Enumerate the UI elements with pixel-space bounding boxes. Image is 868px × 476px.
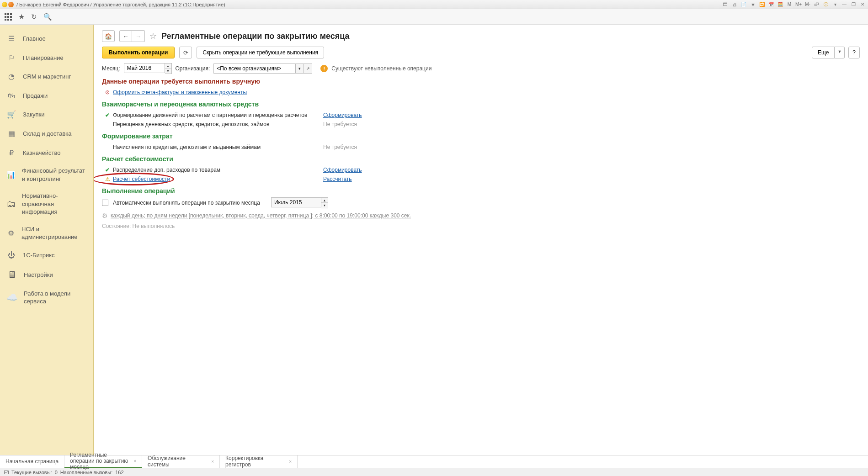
current-calls-label: Текущие вызовы: bbox=[11, 470, 52, 475]
sidebar-item-label: Планирование bbox=[23, 54, 64, 62]
tab-close-icon[interactable]: × bbox=[211, 459, 214, 464]
auto-checkbox[interactable] bbox=[102, 200, 108, 206]
op-status: Не требуется bbox=[323, 144, 357, 150]
tb-icon[interactable]: 🗗 bbox=[813, 1, 820, 8]
apps-grid-icon[interactable] bbox=[5, 13, 12, 21]
sidebar-item-label: Склад и доставка bbox=[23, 130, 72, 138]
maximize-icon[interactable]: ❐ bbox=[850, 1, 857, 8]
spin-up-icon[interactable]: ▲ bbox=[321, 198, 328, 203]
more-button[interactable]: Еще bbox=[812, 47, 835, 58]
sidebar-item-label: Казначейство bbox=[23, 149, 60, 157]
section-mutual-title: Взаиморасчеты и переоценка валютных сред… bbox=[102, 100, 860, 108]
refresh-button[interactable]: ⟳ bbox=[179, 47, 192, 58]
op-action-link[interactable]: Сформировать bbox=[323, 112, 362, 118]
accum-calls-value: 162 bbox=[115, 470, 123, 475]
spin-down-icon[interactable]: ▼ bbox=[165, 69, 171, 74]
auto-month-spinner[interactable]: ▲▼ bbox=[321, 197, 328, 208]
monitor-icon: 🖥 bbox=[6, 270, 17, 280]
sidebar-item-main[interactable]: ☰Главное bbox=[0, 29, 93, 48]
org-select[interactable] bbox=[213, 63, 296, 74]
search-icon[interactable]: 🔍 bbox=[43, 13, 52, 21]
cart-icon: 🛒 bbox=[6, 110, 16, 120]
org-dropdown-icon[interactable]: ▾ bbox=[296, 63, 304, 74]
tab-label: Корректировка регистров bbox=[225, 455, 286, 467]
tb-m[interactable]: M bbox=[786, 1, 793, 8]
sidebar-item-planning[interactable]: ⚐Планирование bbox=[0, 48, 93, 68]
op-name: Начисления по кредитам, депозитам и выда… bbox=[113, 144, 323, 150]
tab-maintenance[interactable]: Обслуживание системы× bbox=[142, 455, 220, 468]
warning-triangle-icon: ⚠ bbox=[102, 176, 113, 182]
tab-month-close[interactable]: Регламентные операции по закрытию месяца… bbox=[64, 455, 142, 468]
month-spinner[interactable]: ▲▼ bbox=[165, 63, 172, 74]
close-icon[interactable]: ✕ bbox=[859, 1, 866, 8]
tab-label: Начальная страница bbox=[5, 459, 59, 465]
sidebar-item-bitrix[interactable]: ⏻1С-Битрикс bbox=[0, 246, 93, 265]
chart-icon: 📊 bbox=[6, 170, 16, 180]
minimize-icon[interactable]: — bbox=[841, 1, 848, 8]
tb-icon[interactable]: 🧮 bbox=[777, 1, 784, 8]
tb-icon[interactable]: 🖨 bbox=[731, 1, 738, 8]
sidebar-item-admin[interactable]: ⚙НСИ и администрирование bbox=[0, 221, 93, 246]
sidebar-item-label: 1С-Битрикс bbox=[23, 251, 55, 259]
tb-icon[interactable]: 🗔 bbox=[722, 1, 729, 8]
gear-icon: ⚙ bbox=[102, 212, 108, 219]
run-operations-button[interactable]: Выполнить операции bbox=[102, 47, 175, 58]
more-dropdown-icon[interactable]: ▼ bbox=[835, 47, 845, 58]
tab-start[interactable]: Начальная страница bbox=[0, 455, 64, 468]
sidebar-item-settings[interactable]: 🖥Настройки bbox=[0, 265, 93, 285]
window-titlebar: / Бочкарев Евгений Федорович / Управлени… bbox=[0, 0, 868, 9]
status-icon: 🗠 bbox=[4, 470, 9, 475]
favorite-star-icon[interactable]: ☆ bbox=[149, 31, 157, 41]
sidebar-item-crm[interactable]: ◔CRM и маркетинг bbox=[0, 67, 93, 86]
tab-registers[interactable]: Корректировка регистров× bbox=[220, 455, 298, 468]
tab-close-icon[interactable]: × bbox=[133, 459, 136, 464]
op-action-link[interactable]: Рассчитать bbox=[323, 176, 352, 182]
check-icon: ✔ bbox=[102, 112, 113, 118]
sidebar-item-label: Нормативно-справочная информация bbox=[22, 192, 87, 216]
sidebar-item-finresult[interactable]: 📊Финансовый результат и контроллинг bbox=[0, 162, 93, 187]
info-icon[interactable]: ⓘ bbox=[822, 1, 830, 8]
sidebar-item-label: Финансовый результат и контроллинг bbox=[22, 167, 87, 183]
tb-icon[interactable]: 📅 bbox=[767, 1, 775, 8]
sidebar-item-label: Закупки bbox=[23, 111, 44, 119]
manual-link[interactable]: Оформить счета-фактуры и таможенные доку… bbox=[113, 89, 247, 95]
sidebar-item-reference[interactable]: 🗂Нормативно-справочная информация bbox=[0, 187, 93, 221]
auto-month-input[interactable] bbox=[271, 197, 321, 207]
sidebar-item-treasury[interactable]: ₽Казначейство bbox=[0, 143, 93, 163]
org-open-icon[interactable]: ↗ bbox=[304, 63, 312, 74]
sidebar-item-sales[interactable]: 🛍Продажи bbox=[0, 86, 93, 106]
help-button[interactable]: ? bbox=[848, 47, 860, 58]
page-title: Регламентные операции по закрытию месяца bbox=[161, 32, 350, 41]
tb-icon[interactable]: ★ bbox=[749, 1, 756, 8]
spin-down-icon[interactable]: ▼ bbox=[321, 203, 328, 208]
month-input[interactable] bbox=[124, 63, 165, 73]
org-label: Организация: bbox=[176, 65, 210, 72]
sidebar-item-label: Работа в модели сервиса bbox=[24, 290, 87, 306]
sidebar-item-cloud[interactable]: ☁️Работа в модели сервиса bbox=[0, 285, 93, 310]
app-icon-2 bbox=[8, 2, 14, 7]
forbid-icon: ⊘ bbox=[102, 89, 113, 95]
selfcost-link[interactable]: Расчет себестоимости bbox=[113, 176, 170, 182]
tb-m-plus[interactable]: M+ bbox=[795, 1, 802, 8]
op-action-link[interactable]: Сформировать bbox=[323, 167, 362, 173]
state-label: Состояние: bbox=[102, 223, 131, 229]
window-title: / Бочкарев Евгений Федорович / Управлени… bbox=[16, 2, 225, 7]
op-status: Не требуется bbox=[323, 121, 357, 127]
home-button[interactable]: 🏠 bbox=[102, 30, 115, 42]
tb-m-minus[interactable]: M- bbox=[804, 1, 811, 8]
favorites-icon[interactable]: ★ bbox=[18, 12, 25, 21]
tb-icon[interactable]: 🔁 bbox=[758, 1, 766, 8]
current-calls-value: 0 bbox=[55, 470, 58, 475]
tb-icon[interactable]: 📄 bbox=[740, 1, 747, 8]
spin-up-icon[interactable]: ▲ bbox=[165, 63, 171, 69]
back-button[interactable]: ← bbox=[119, 30, 132, 42]
sidebar-item-warehouse[interactable]: ▦Склад и доставка bbox=[0, 124, 93, 143]
schedule-link[interactable]: каждый день; по дням недели [понедельник… bbox=[111, 212, 411, 219]
dd-icon[interactable]: ▾ bbox=[831, 1, 839, 8]
forward-button[interactable]: → bbox=[132, 30, 145, 42]
sidebar-item-purchases[interactable]: 🛒Закупки bbox=[0, 105, 93, 124]
history-icon[interactable]: ↻ bbox=[31, 13, 37, 21]
month-label: Месяц: bbox=[102, 65, 120, 72]
tab-close-icon[interactable]: × bbox=[289, 459, 292, 464]
hide-not-required-button[interactable]: Скрыть операции не требующие выполнения bbox=[197, 47, 324, 58]
